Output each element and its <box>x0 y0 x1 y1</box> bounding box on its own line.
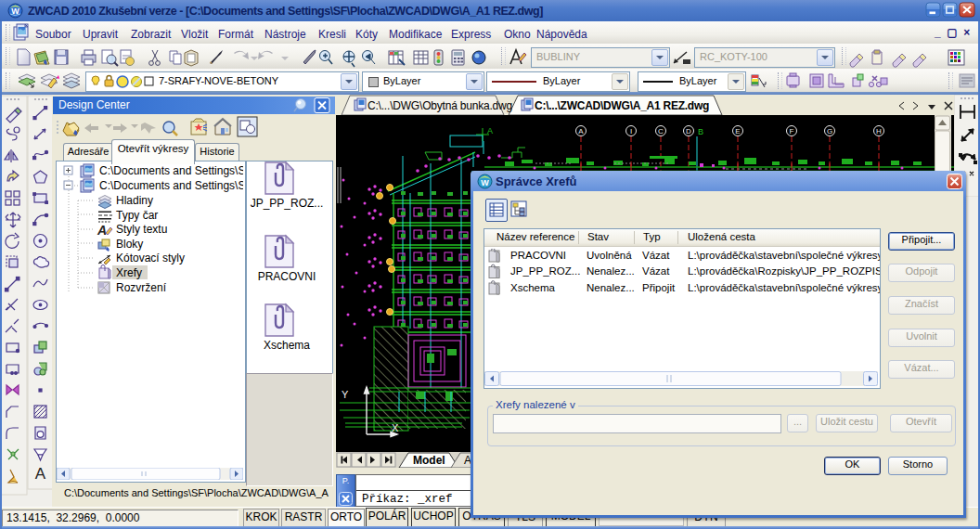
svg-text:C:\...\ZWCAD\DWG\A_A1 REZ.dwg: C:\...\ZWCAD\DWG\A_A1 REZ.dwg <box>535 99 709 112</box>
svg-text:Xschema: Xschema <box>264 339 310 352</box>
svg-text:Kótovací styly: Kótovací styly <box>116 252 185 264</box>
svg-text:Styly textu: Styly textu <box>116 223 167 236</box>
svg-text:A: A <box>578 127 584 135</box>
svg-text:W: W <box>11 6 19 16</box>
svg-text:Xrefy: Xrefy <box>116 266 142 279</box>
svg-text:W: W <box>481 178 489 187</box>
svg-text:Rozvržení: Rozvržení <box>116 281 167 294</box>
svg-text:Y: Y <box>342 389 349 400</box>
svg-text:E: E <box>735 127 740 135</box>
svg-text:A: A <box>487 126 493 135</box>
svg-text:C:\Documents and Settings\SF\: C:\Documents and Settings\SF\ <box>99 164 243 177</box>
svg-text:Hladiny: Hladiny <box>116 194 153 207</box>
svg-text:X: X <box>392 422 399 433</box>
svg-text:Model: Model <box>413 454 445 467</box>
svg-text:G: G <box>827 127 832 135</box>
svg-text:D: D <box>686 127 691 135</box>
svg-text:A: A <box>97 223 107 238</box>
svg-text:B: B <box>698 127 703 136</box>
svg-text:A: A <box>35 465 46 483</box>
svg-text:C: C <box>658 127 664 135</box>
svg-text:I: I <box>630 127 632 135</box>
svg-text:F: F <box>790 127 794 135</box>
svg-text:C:\...\DWG\Obytná bunka.dwg: C:\...\DWG\Obytná bunka.dwg <box>368 99 512 112</box>
svg-text:Bloky: Bloky <box>116 238 143 251</box>
svg-text:C:\Documents and Settings\SF\: C:\Documents and Settings\SF\ <box>99 179 243 192</box>
svg-text:PRACOVNI: PRACOVNI <box>258 270 316 283</box>
svg-text:JP_PP_ROZ...: JP_PP_ROZ... <box>251 197 324 210</box>
svg-text:Typy čar: Typy čar <box>116 209 158 222</box>
svg-text:H: H <box>876 127 882 135</box>
